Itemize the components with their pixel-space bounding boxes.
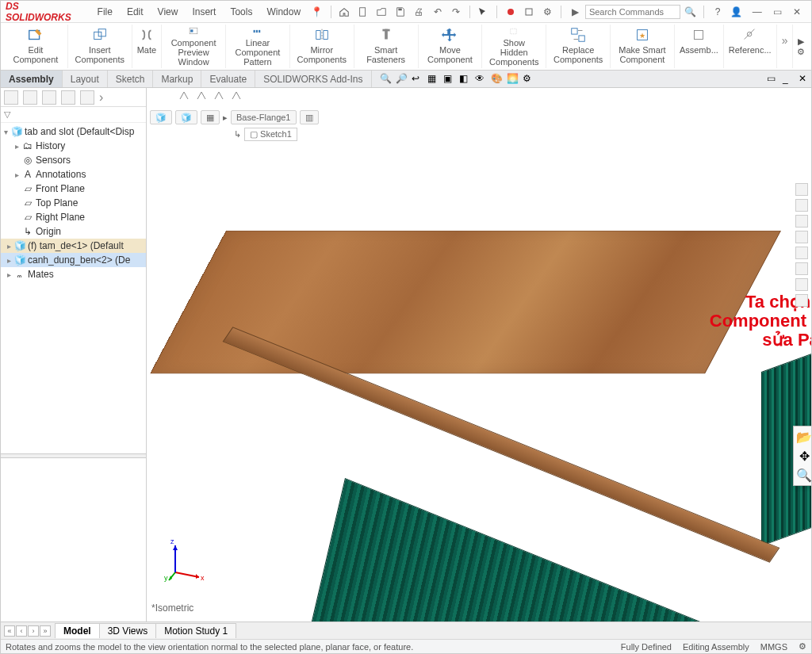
- graphics-area[interactable]: 🧊 🧊 ▦ ▸ Base-Flange1 ▥ ↳ ▢ Sketch1 Ta ch…: [147, 88, 811, 621]
- tab-assembly[interactable]: Assembly: [1, 71, 63, 87]
- rib-edit-component[interactable]: Edit Component: [4, 25, 68, 68]
- breadcrumb-part-icon[interactable]: 🧊: [175, 110, 197, 124]
- menu-window[interactable]: Window: [260, 5, 307, 19]
- menu-edit[interactable]: Edit: [121, 5, 150, 19]
- doc-min-icon[interactable]: _: [783, 73, 795, 86]
- panel-overflow-icon[interactable]: ›: [99, 90, 103, 105]
- prev-view-icon[interactable]: ↩: [412, 73, 424, 86]
- search-icon[interactable]: 🔍: [684, 5, 697, 19]
- menu-insert[interactable]: Insert: [186, 5, 222, 19]
- tab-nav-prev-icon[interactable]: ‹: [16, 625, 27, 637]
- redo-icon[interactable]: ↷: [449, 5, 462, 19]
- ctx-open-part-icon[interactable]: 📂: [797, 430, 811, 444]
- rib-insert-components[interactable]: Insert Components: [68, 25, 132, 68]
- bottom-tab-model[interactable]: Model: [55, 623, 100, 638]
- tab-nav-next-icon[interactable]: ›: [28, 625, 39, 637]
- menu-tools[interactable]: Tools: [224, 5, 259, 19]
- zoom-fit-icon[interactable]: 🔍: [380, 73, 393, 86]
- tree-item-part1[interactable]: ▸🧊 (f) tam_de<1> (Default: [1, 239, 146, 253]
- rib-overflow[interactable]: »: [777, 25, 793, 68]
- tree-item-sensors[interactable]: ◎ Sensors: [1, 153, 146, 167]
- configuration-tab-icon[interactable]: [42, 90, 56, 105]
- tree-root[interactable]: ▾🧊 tab and slot (Default<Disp: [1, 124, 146, 139]
- taskpane-forum-icon[interactable]: [795, 294, 808, 307]
- orientation-triad[interactable]: x y z: [161, 534, 209, 582]
- display-style-icon[interactable]: ◧: [459, 73, 472, 86]
- tree-item-annotations[interactable]: ▸A Annotations: [1, 167, 146, 182]
- bottom-tab-3dviews[interactable]: 3D Views: [99, 623, 156, 638]
- ctx-move-icon[interactable]: ✥: [797, 449, 811, 463]
- feature-tree-tab-icon[interactable]: [4, 90, 18, 105]
- pin-icon[interactable]: 📍: [310, 5, 324, 19]
- bc-tool-icon[interactable]: [213, 90, 226, 102]
- breadcrumb-end-icon[interactable]: ▥: [300, 110, 319, 124]
- tree-item-mates[interactable]: ▸⩋ Mates: [1, 267, 146, 281]
- close-button[interactable]: ✕: [788, 4, 806, 20]
- tab-layout[interactable]: Layout: [63, 71, 108, 87]
- help-icon[interactable]: ?: [710, 5, 724, 19]
- ctx-zoom-to-icon[interactable]: 🔍: [797, 468, 811, 482]
- bottom-tab-motion[interactable]: Motion Study 1: [155, 623, 236, 638]
- bc-tool-icon[interactable]: [196, 90, 209, 102]
- apply-scene-icon[interactable]: 🌅: [507, 73, 519, 86]
- print-icon[interactable]: 🖨: [412, 5, 425, 19]
- model-face-top[interactable]: [150, 231, 781, 373]
- open-icon[interactable]: [374, 5, 388, 19]
- new-icon[interactable]: [356, 5, 370, 19]
- status-units[interactable]: MMGS: [760, 642, 787, 652]
- bc-tool-icon[interactable]: [231, 90, 243, 102]
- tree-item-part2[interactable]: ▸🧊 canh_dung_ben<2> (De: [1, 253, 146, 267]
- rebuild-icon[interactable]: [523, 5, 536, 19]
- tree-item-history[interactable]: ▸🗂 History: [1, 139, 146, 153]
- hide-show-icon[interactable]: 👁: [475, 73, 488, 86]
- rib-show-hidden[interactable]: Show Hidden Components: [482, 25, 546, 68]
- tab-nav-first-icon[interactable]: «: [4, 625, 15, 637]
- tab-sketch[interactable]: Sketch: [108, 71, 154, 87]
- tab-addins[interactable]: SOLIDWORKS Add-Ins: [255, 71, 371, 87]
- tree-item-top-plane[interactable]: ▱ Top Plane: [1, 196, 146, 210]
- model-face-front[interactable]: [308, 478, 765, 621]
- rib-make-smart[interactable]: ★ Make Smart Component: [611, 25, 675, 68]
- rib-smart-fasteners[interactable]: Smart Fasteners: [354, 25, 419, 68]
- maximize-button[interactable]: ▭: [768, 4, 786, 20]
- property-manager-tab-icon[interactable]: [23, 90, 37, 105]
- taskpane-view-palette-icon[interactable]: [795, 247, 808, 259]
- section-view-icon[interactable]: ▦: [427, 73, 440, 86]
- tab-evaluate[interactable]: Evaluate: [201, 71, 255, 87]
- view-orientation-icon[interactable]: ▣: [443, 73, 456, 86]
- rib-component-preview[interactable]: Component Preview Window: [162, 25, 226, 68]
- menu-file[interactable]: File: [91, 5, 119, 19]
- minimize-button[interactable]: —: [748, 4, 766, 20]
- breadcrumb-body-icon[interactable]: ▦: [201, 110, 220, 124]
- rib-mate[interactable]: Mate: [132, 25, 162, 68]
- rib-replace-components[interactable]: Replace Components: [546, 25, 611, 68]
- select-icon[interactable]: [477, 5, 490, 19]
- tree-item-front-plane[interactable]: ▱ Front Plane: [1, 182, 146, 196]
- display-manager-tab-icon[interactable]: [80, 90, 94, 105]
- edit-appearance-icon[interactable]: 🎨: [491, 73, 504, 86]
- menu-view[interactable]: View: [151, 5, 185, 19]
- taskpane-file-explorer-icon[interactable]: [795, 231, 808, 243]
- taskpane-resources-icon[interactable]: [795, 199, 808, 212]
- view-settings-icon[interactable]: ⚙: [523, 73, 535, 86]
- rib-move-component[interactable]: Move Component: [419, 25, 483, 68]
- search-input[interactable]: [585, 5, 680, 19]
- options-icon[interactable]: ⚙: [541, 5, 554, 19]
- breadcrumb-assembly-icon[interactable]: 🧊: [150, 110, 172, 124]
- dimxpert-tab-icon[interactable]: [61, 90, 75, 105]
- tree-item-origin[interactable]: ↳ Origin: [1, 224, 146, 239]
- doc-close-icon[interactable]: ✕: [799, 73, 811, 86]
- bc-tool-icon[interactable]: [178, 90, 191, 102]
- taskpane-custom-props-icon[interactable]: [795, 278, 808, 291]
- breadcrumb-sketch[interactable]: ▢ Sketch1: [244, 128, 297, 141]
- status-customize-icon[interactable]: ⚙: [799, 641, 806, 652]
- rib-assembly-features[interactable]: Assemb...: [675, 25, 724, 68]
- doc-restore-icon[interactable]: ▭: [767, 73, 779, 86]
- rib-reference-geometry[interactable]: Referenc...: [724, 25, 777, 68]
- home-icon[interactable]: [338, 5, 351, 19]
- taskpane-appearances-icon[interactable]: [795, 262, 808, 275]
- play-macro-icon[interactable]: ▶: [568, 5, 581, 19]
- rib-linear-pattern[interactable]: Linear Component Pattern: [226, 25, 290, 68]
- save-icon[interactable]: [393, 5, 407, 19]
- play-icon[interactable]: ▶: [798, 36, 804, 47]
